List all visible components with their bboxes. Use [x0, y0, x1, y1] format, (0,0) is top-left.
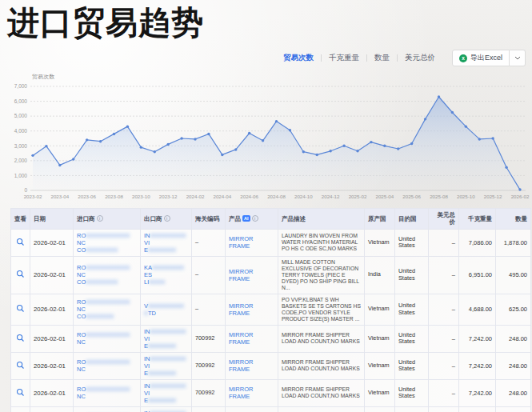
- export-excel-button[interactable]: x 导出Excel: [452, 50, 510, 66]
- visible-text: CO: [77, 313, 86, 320]
- column-header: 出口商i: [141, 209, 192, 230]
- redacted-text: XXXXXXX: [148, 342, 176, 350]
- view-details-button[interactable]: [16, 334, 25, 342]
- quantity-cell: 248.00: [496, 325, 531, 352]
- visible-text: RO: [77, 331, 86, 338]
- product-link[interactable]: MIRROR FRAME: [229, 268, 253, 282]
- trend-chart: 贸易次数01,0002,0003,0004,0005,0006,0007,000…: [0, 70, 532, 206]
- origin-country-cell: India: [365, 256, 395, 294]
- tab-kg-weight[interactable]: 千克重量: [322, 53, 366, 63]
- product-link[interactable]: MIRROR FRAME: [229, 386, 253, 400]
- tab-trade-count[interactable]: 贸易次数: [276, 53, 321, 63]
- importer-link[interactable]: ROXXXXXXXXXXX NC: [74, 379, 141, 406]
- importer-link[interactable]: ROXXXXXXXXXXX NC: [74, 406, 141, 412]
- usd-total-cell: –: [429, 229, 459, 256]
- visible-text: VI: [144, 239, 150, 246]
- visible-text: CO: [77, 246, 86, 254]
- redacted-text: XXXXXXXX: [152, 264, 184, 271]
- svg-text:2023-02: 2023-02: [24, 194, 42, 199]
- page-title: 进口贸易趋势: [7, 5, 204, 42]
- info-icon[interactable]: i: [252, 215, 258, 222]
- svg-text:2024-04: 2024-04: [213, 194, 231, 199]
- product-cell: MIRROR FRAME: [226, 229, 278, 256]
- usd-total-cell: –: [429, 379, 459, 406]
- column-header: 目的国: [395, 209, 429, 230]
- redacted-text: XXXXXXXXX: [150, 232, 186, 239]
- tab-usd-total[interactable]: 美元总价: [398, 53, 442, 63]
- svg-text:2024-02: 2024-02: [186, 194, 205, 199]
- column-header: 数量: [496, 209, 531, 230]
- importer-link[interactable]: ROXXXXXXXXXXX NC: [74, 325, 141, 352]
- redacted-text: XXXXXXXXXXX: [86, 386, 130, 393]
- exporter-link[interactable]: INXXXXXXXXX VI EXXXXXXX: [141, 352, 192, 379]
- svg-text:2026-02: 2026-02: [511, 194, 530, 199]
- product-link[interactable]: MIRROR FRAME: [229, 358, 253, 373]
- info-icon[interactable]: i: [164, 215, 170, 222]
- redacted-text: XXXX: [149, 278, 165, 286]
- svg-text:贸易次数: 贸易次数: [32, 74, 55, 80]
- column-header: 进口商i: [74, 209, 141, 230]
- product-description-cell: MIRROR FRAME SHIPPER LOAD AND COUNT,NO M…: [278, 379, 365, 406]
- product-link[interactable]: MIRROR FRAME: [229, 331, 253, 346]
- exporter-link[interactable]: KAXXXXXXXXES LIXXXX: [141, 256, 192, 294]
- view-details-button[interactable]: [16, 388, 25, 397]
- redacted-text: XXXXXXXXXXX: [86, 232, 130, 239]
- svg-text:6,000: 6,000: [14, 98, 28, 104]
- exporter-link[interactable]: INXXXXXXXXX VI EXXXXXXX: [141, 406, 192, 412]
- exporter-link[interactable]: INXXXXXXXXX VI EXXXXXXX: [141, 379, 192, 406]
- visible-text: NC: [77, 239, 86, 246]
- date-cell: 2026-02-01: [30, 229, 74, 256]
- view-details-button[interactable]: [16, 270, 25, 278]
- view-details-button[interactable]: [16, 304, 25, 313]
- importer-link[interactable]: ROXXXXXXXXXXX NC COXXXXXXXX: [74, 229, 141, 256]
- date-cell: 2026-02-01: [30, 294, 74, 325]
- magnifier-icon: [16, 270, 25, 278]
- hs-code-cell: 700992: [192, 379, 226, 406]
- svg-text:2024-06: 2024-06: [240, 194, 258, 199]
- date-cell: 2026-02-01: [30, 352, 74, 379]
- svg-text:2025-06: 2025-06: [402, 194, 421, 199]
- visible-text: TD: [148, 310, 156, 317]
- product-link[interactable]: MIRROR FRAME: [229, 235, 253, 250]
- view-details-button[interactable]: [16, 238, 25, 246]
- product-link[interactable]: MIRROR FRAME: [229, 302, 253, 317]
- visible-text: RO: [77, 232, 86, 239]
- exporter-link[interactable]: INXXXXXXXXX VI EXXXXXXX: [141, 325, 192, 352]
- visible-text: CO: [77, 278, 86, 286]
- tab-quantity[interactable]: 数量: [367, 53, 397, 63]
- exporter-link[interactable]: VXXXXXXXXXXTD: [141, 294, 192, 325]
- view-cell: [11, 294, 30, 325]
- redacted-text: XXXXXXXXXXX: [86, 331, 130, 338]
- export-dropdown-button[interactable]: [510, 50, 526, 66]
- visible-text: IN: [144, 355, 150, 362]
- magnifier-icon: [16, 361, 25, 370]
- usd-total-cell: –: [429, 256, 459, 294]
- date-cell: 2026-02-01: [30, 379, 74, 406]
- origin-country-cell: Vietnam: [365, 352, 395, 379]
- importer-link[interactable]: ROXXXXXXXXXXX NC COXXXXXXX: [74, 294, 141, 325]
- destination-country-cell: United States: [395, 352, 429, 379]
- view-cell: [11, 256, 30, 294]
- importer-link[interactable]: ROXXXXXXXXXXX NC: [74, 352, 141, 379]
- svg-text:2024-12: 2024-12: [322, 194, 340, 199]
- visible-text: NC: [77, 393, 86, 400]
- quantity-cell: 495.00: [496, 256, 531, 294]
- destination-country-cell: United States: [395, 294, 429, 325]
- svg-text:2024-10: 2024-10: [294, 194, 313, 199]
- quantity-cell: 248.00: [496, 406, 531, 412]
- redacted-text: XXXXXXXXX: [150, 382, 186, 390]
- svg-text:5,000: 5,000: [14, 113, 28, 118]
- importer-link[interactable]: ROXXXXXXXXXXX NC COXXXXXXXX: [74, 256, 141, 294]
- visible-text: RO: [77, 386, 86, 393]
- view-details-button[interactable]: [16, 361, 25, 370]
- table-header-row: 查看日期进口商i出口商i海关编码产品AIi产品描述原产国目的国美元总价千克重量数…: [11, 209, 531, 230]
- redacted-text: XXXXXXX: [148, 246, 176, 254]
- date-cell: 2026-02-01: [30, 256, 74, 294]
- table-row: 2026-02-01ROXXXXXXXXXXX NC COXXXXXXXXINX…: [11, 229, 531, 256]
- info-icon[interactable]: i: [97, 215, 103, 222]
- exporter-link[interactable]: INXXXXXXXXX VI EXXXXXXX: [141, 229, 192, 256]
- origin-country-cell: Vietnam: [365, 229, 395, 256]
- table-row: 2026-02-01ROXXXXXXXXXXX NC COXXXXXXXXKAX…: [11, 256, 531, 294]
- visible-text: IN: [144, 382, 150, 390]
- usd-total-cell: –: [429, 294, 459, 325]
